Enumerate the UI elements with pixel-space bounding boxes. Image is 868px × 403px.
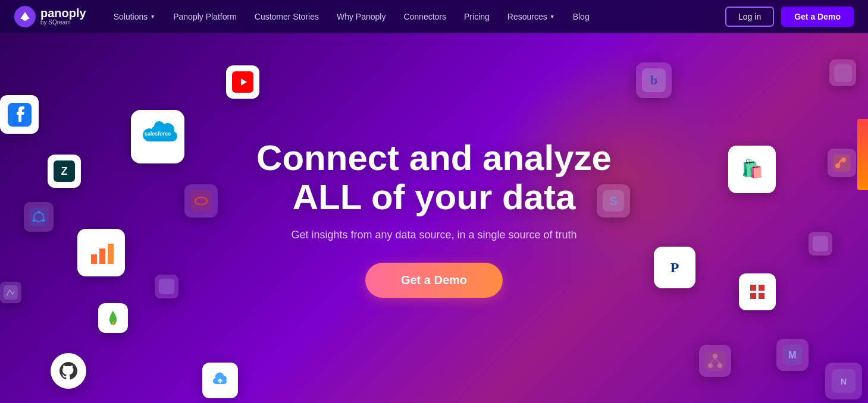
svg-rect-11 <box>833 154 851 172</box>
svg-point-44 <box>708 363 713 368</box>
bing-icon: b <box>636 62 672 98</box>
shopify-icon: 🛍️ <box>728 146 776 193</box>
paypal-icon: P <box>654 247 695 288</box>
svg-rect-29 <box>750 293 756 299</box>
svg-point-19 <box>37 211 40 214</box>
svg-point-21 <box>42 219 45 222</box>
hero-content: Connect and analyze ALL of your data Get… <box>256 138 612 298</box>
svg-rect-38 <box>159 279 174 294</box>
facebook-icon <box>0 95 39 134</box>
svg-point-14 <box>835 163 840 168</box>
hero-section: salesforce Z b 🛍️ S P <box>0 0 868 403</box>
svg-rect-39 <box>813 236 828 251</box>
youtube-icon <box>226 65 259 99</box>
svg-text:salesforce: salesforce <box>145 131 171 137</box>
mongodb-icon <box>98 303 128 333</box>
chevron-down-icon: ▼ <box>150 14 155 20</box>
github-icon <box>51 353 86 389</box>
svg-rect-26 <box>745 280 769 304</box>
svg-point-43 <box>713 354 717 358</box>
navigation: panoply by SQream Solutions ▼ Panoply Pl… <box>0 0 868 33</box>
nav-actions: Log in Get a Demo <box>725 7 854 27</box>
svg-rect-22 <box>190 190 212 212</box>
box1-icon <box>155 275 178 298</box>
mssql-icon <box>739 273 776 310</box>
nav-item-pricing[interactable]: Pricing <box>456 7 498 26</box>
box2-icon <box>809 232 832 256</box>
nav-item-solutions[interactable]: Solutions ▼ <box>105 7 164 26</box>
nav-item-connectors[interactable]: Connectors <box>395 7 455 26</box>
mixpanel-icon: M <box>776 339 809 371</box>
svg-point-45 <box>717 363 722 368</box>
svg-rect-32 <box>91 254 97 264</box>
hero-subtitle: Get insights from any data source, in a … <box>256 229 612 241</box>
stripe-icon <box>184 184 218 218</box>
svg-text:M: M <box>788 350 796 360</box>
svg-text:N: N <box>841 377 847 386</box>
hero-title: Connect and analyze ALL of your data <box>256 138 612 217</box>
svg-rect-34 <box>108 244 114 264</box>
svg-rect-41 <box>834 64 852 82</box>
get-demo-hero-button[interactable]: Get a Demo <box>365 263 503 298</box>
login-button[interactable]: Log in <box>725 7 774 27</box>
nav-item-platform[interactable]: Panoply Platform <box>165 7 245 26</box>
svg-point-12 <box>841 158 846 162</box>
svg-text:Z: Z <box>61 165 68 177</box>
salesforce-icon: salesforce <box>131 110 184 163</box>
svg-text:🛍️: 🛍️ <box>741 158 763 180</box>
logo[interactable]: panoply by SQream <box>14 6 86 27</box>
redside-bar <box>857 119 868 190</box>
segment2-icon <box>829 59 856 86</box>
box3-icon <box>0 282 21 303</box>
nav-item-stories[interactable]: Customer Stories <box>246 7 327 26</box>
svg-text:P: P <box>670 260 679 275</box>
svg-rect-30 <box>759 293 764 299</box>
svg-rect-28 <box>759 285 764 291</box>
logo-name: panoply <box>40 7 86 19</box>
svg-rect-17 <box>29 207 48 226</box>
svg-text:b: b <box>650 73 657 87</box>
kafka-icon <box>699 345 731 377</box>
nav-links: Solutions ▼ Panoply Platform Customer St… <box>105 7 725 26</box>
svg-rect-27 <box>750 285 756 291</box>
nav-item-resources[interactable]: Resources ▼ <box>499 7 563 26</box>
nav-item-why[interactable]: Why Panoply <box>328 7 394 26</box>
netsuite-icon: N <box>825 363 862 399</box>
bar-chart-icon <box>77 229 125 276</box>
nav-item-blog[interactable]: Blog <box>565 7 598 26</box>
chevron-down-icon-2: ▼ <box>550 14 555 20</box>
segment-icon <box>24 202 54 232</box>
svg-point-20 <box>33 219 36 222</box>
svg-rect-33 <box>99 248 105 264</box>
zendesk-icon: Z <box>48 155 81 188</box>
svg-point-1 <box>22 15 28 21</box>
cloud-icon <box>202 363 238 398</box>
logo-sub: by SQream <box>40 19 86 26</box>
hubspot-icon <box>828 149 856 177</box>
get-demo-nav-button[interactable]: Get a Demo <box>781 7 854 27</box>
